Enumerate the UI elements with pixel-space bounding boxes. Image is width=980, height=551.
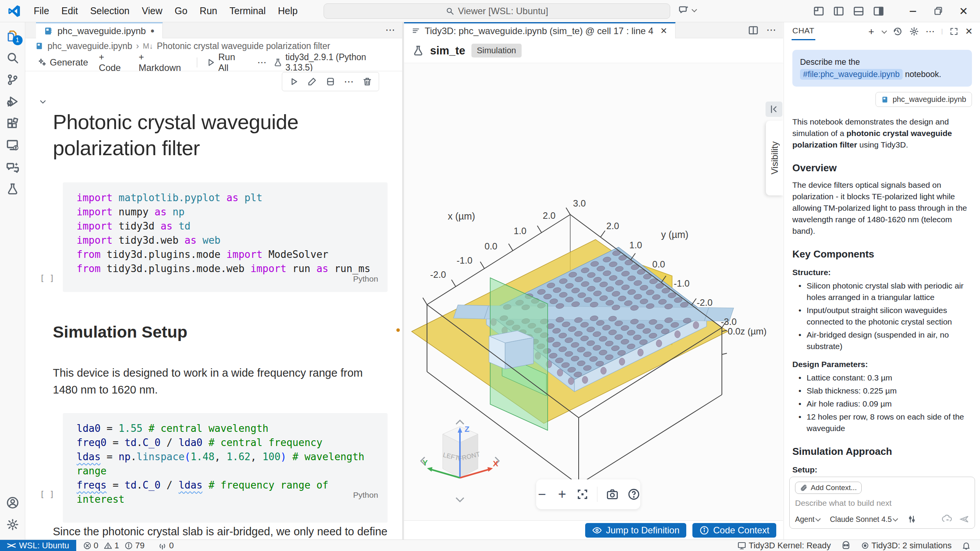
visibility-panel-tab[interactable]: Visibility — [766, 121, 783, 195]
add-code-label: + Code — [99, 52, 128, 73]
chat-settings-gear-icon[interactable] — [909, 26, 919, 36]
add-code-button[interactable]: + Code — [95, 50, 132, 75]
activity-tidy3d[interactable] — [3, 179, 22, 199]
cell-split-button[interactable] — [323, 75, 338, 89]
activity-remote-explorer[interactable] — [3, 135, 22, 155]
help-button[interactable] — [627, 487, 640, 502]
activity-chat[interactable] — [3, 157, 22, 177]
3d-viewport[interactable]: x (µm) y (µm) 0.0z (µm) -2.0 -1.0 0.0 1.… — [404, 63, 783, 520]
cell-language-label[interactable]: Python — [353, 490, 378, 500]
menu-terminal[interactable]: Terminal — [223, 3, 272, 19]
chat-tab[interactable]: CHAT — [792, 23, 815, 40]
chat-input-placeholder[interactable]: Describe what to build next — [795, 499, 969, 508]
tools-icon[interactable] — [907, 515, 916, 524]
toggle-sidebar-right-icon[interactable] — [873, 5, 884, 17]
tab-tidy3d-viewer[interactable]: Tidy3D: phc_waveguide.ipynb (sim_te) @ c… — [404, 22, 676, 38]
attached-file-pill[interactable]: phc_waveguide.ipynb — [875, 92, 972, 107]
viewer-more-icon[interactable]: ⋯ — [766, 24, 776, 36]
cell-edit-button[interactable] — [304, 75, 320, 89]
activity-source-control[interactable] — [3, 70, 22, 90]
modified-dot-icon[interactable]: ● — [151, 27, 155, 35]
menu-view[interactable]: View — [136, 3, 169, 19]
add-context-button[interactable]: Add Context... — [795, 482, 862, 494]
activity-search[interactable] — [3, 48, 22, 68]
window-close-button[interactable]: ✕ — [952, 0, 975, 22]
breadcrumb-heading[interactable]: Photonic crystal waveguide polarization … — [157, 41, 330, 51]
split-editor-icon[interactable] — [748, 25, 759, 36]
menu-file[interactable]: File — [28, 3, 55, 19]
window-restore-button[interactable] — [927, 0, 949, 22]
activity-bar: 1 — [0, 22, 25, 540]
code-cell-parameters[interactable]: lda0 = 1.55 # central wavelengthfreq0 = … — [63, 413, 388, 523]
kernel-status-label: Tidy3D Kernel: Ready — [749, 541, 831, 551]
code-cell-imports[interactable]: import matplotlib.pyplot as pltimport nu… — [63, 182, 388, 292]
toolbar-more-button[interactable]: ⋯ — [254, 56, 270, 69]
chat-more-icon[interactable]: ⋯ — [926, 26, 935, 37]
fit-view-button[interactable] — [576, 487, 589, 502]
kernel-status[interactable]: Tidy3D Kernel: Ready — [733, 541, 834, 551]
send-icon[interactable] — [959, 514, 969, 524]
activity-extensions[interactable] — [3, 113, 22, 133]
settings-button[interactable] — [3, 515, 22, 535]
run-all-button[interactable]: Run All — [203, 50, 250, 75]
copilot-status[interactable] — [837, 541, 855, 551]
menu-go[interactable]: Go — [169, 3, 193, 19]
user-message-text: Describe me the — [800, 57, 860, 67]
window-minimize-button[interactable]: − — [902, 0, 924, 22]
menu-edit[interactable]: Edit — [55, 3, 84, 19]
account-button[interactable] — [3, 493, 22, 513]
breadcrumb-file[interactable]: phc_waveguide.ipynb — [47, 41, 132, 51]
zoom-out-button[interactable]: − — [536, 487, 548, 502]
file-reference-chip[interactable]: #file:phc_waveguide.ipynb — [800, 69, 903, 80]
command-center-search[interactable]: Viewer [WSL: Ubuntu] — [324, 3, 670, 19]
target-icon — [861, 541, 869, 550]
screenshot-button[interactable] — [606, 487, 619, 502]
ports-indicator[interactable]: 0 — [154, 541, 178, 551]
more-icon: ⋯ — [257, 57, 267, 68]
remote-indicator[interactable]: >< WSL: Ubuntu — [0, 540, 76, 551]
cell-delete-button[interactable] — [360, 75, 375, 89]
menu-run[interactable]: Run — [193, 3, 223, 19]
code-context-button[interactable]: Code Context — [692, 523, 776, 538]
info-icon — [699, 525, 709, 535]
chat-input-box[interactable]: Add Context... Describe what to build ne… — [789, 477, 975, 529]
problems-indicator[interactable]: 0 1 79 — [79, 541, 149, 551]
markdown-collapse-chevron-icon[interactable] — [38, 97, 47, 108]
chat-history-icon[interactable] — [893, 26, 903, 36]
notebook-toolbar: Generate + Code + Markdown Run All ⋯ tid… — [25, 54, 402, 71]
notifications-bell[interactable] — [958, 541, 975, 550]
tab-phc-waveguide[interactable]: phc_waveguide.ipynb ● — [36, 22, 163, 38]
toggle-sidebar-left-icon[interactable] — [833, 5, 844, 17]
new-chat-dropdown-icon[interactable] — [882, 28, 887, 33]
visibility-collapse-button[interactable] — [766, 102, 782, 117]
menu-selection[interactable]: Selection — [84, 3, 136, 19]
editor-actions-more-icon[interactable]: ⋯ — [385, 24, 395, 36]
tidy3d-simulations-status[interactable]: Tidy3D: 2 simulations — [857, 541, 955, 551]
cube-rotate-down-icon[interactable] — [456, 498, 464, 502]
menu-help[interactable]: Help — [272, 3, 304, 19]
add-markdown-button[interactable]: + Markdown — [135, 50, 191, 75]
zoom-in-button[interactable]: + — [556, 487, 568, 502]
close-icon[interactable]: ✕ — [660, 26, 667, 36]
jump-to-definition-button[interactable]: Jump to Definition — [585, 523, 686, 538]
agent-mode-dropdown[interactable]: Agent — [795, 515, 820, 524]
activity-run-debug[interactable] — [3, 92, 22, 112]
copilot-menu[interactable] — [679, 5, 696, 15]
svg-text:0.0: 0.0 — [652, 259, 665, 269]
generate-button[interactable]: Generate — [34, 56, 92, 69]
cell-language-label[interactable]: Python — [353, 274, 378, 284]
cell-more-button[interactable]: ⋯ — [341, 75, 357, 89]
model-picker-dropdown[interactable]: Claude Sonnet 4.5 — [830, 515, 897, 524]
toggle-panel-icon[interactable] — [853, 5, 864, 17]
cell-run-button[interactable] — [286, 75, 301, 89]
maximize-panel-icon[interactable] — [949, 27, 959, 36]
kernel-picker[interactable]: tidy3d_2.9.1 (Python 3.13.5) — [273, 52, 402, 73]
visibility-tab-label: Visibility — [769, 141, 780, 174]
orientation-cube[interactable]: LEFT FRONT Z Y X — [419, 419, 501, 503]
voice-input-icon[interactable] — [942, 514, 952, 525]
close-panel-icon[interactable]: ✕ — [965, 26, 973, 37]
customize-layout-icon[interactable] — [813, 5, 825, 17]
cube-rotate-up-icon[interactable] — [456, 420, 464, 424]
activity-explorer[interactable]: 1 — [3, 26, 22, 46]
new-chat-button[interactable]: + — [869, 26, 874, 38]
